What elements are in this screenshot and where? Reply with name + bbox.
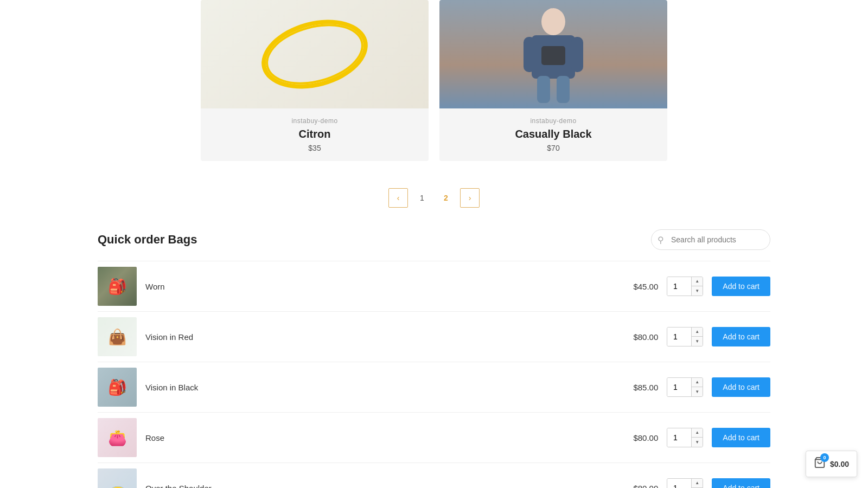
quantity-input-rose[interactable] (667, 428, 691, 447)
search-container: ⚲ (651, 229, 770, 250)
product-list: 🎒 Worn $45.00 ▲ ▼ Add to cart 👜 Vision i… (98, 261, 770, 488)
prev-page-button[interactable]: ‹ (388, 188, 408, 208)
product-name-citron: Citron (209, 128, 420, 140)
qty-up-vision-red[interactable]: ▲ (692, 327, 703, 337)
svg-rect-6 (541, 46, 565, 65)
product-name-vision-red: Vision in Red (145, 332, 606, 342)
table-row: 🎒 Vision in Black $85.00 ▲ ▼ Add to cart (98, 362, 770, 413)
quantity-arrows-over-shoulder: ▲ ▼ (691, 478, 703, 488)
quantity-stepper-rose: ▲ ▼ (667, 428, 703, 447)
add-to-cart-button-vision-black[interactable]: Add to cart (712, 377, 770, 397)
product-image-vision-red: 👜 (98, 317, 137, 356)
table-row: 🎒 Worn $45.00 ▲ ▼ Add to cart (98, 261, 770, 312)
bag-icon-vision-red: 👜 (108, 328, 127, 346)
quantity-stepper-vision-red: ▲ ▼ (667, 327, 703, 346)
quantity-arrows-vision-red: ▲ ▼ (691, 327, 703, 346)
quantity-input-over-shoulder[interactable] (667, 478, 691, 488)
product-store-black: instabuy-demo (448, 117, 659, 125)
cart-icon-wrap: 0 (814, 457, 826, 471)
search-input[interactable] (651, 229, 770, 250)
add-to-cart-button-vision-red[interactable]: Add to cart (712, 327, 770, 346)
add-to-cart-button-over-shoulder[interactable]: Add to cart (712, 478, 770, 488)
bag-icon-rose: 👛 (108, 429, 127, 447)
next-page-button[interactable]: › (460, 188, 480, 208)
quantity-stepper-vision-black: ▲ ▼ (667, 377, 703, 397)
table-row: 👛 Rose $80.00 ▲ ▼ Add to cart (98, 413, 770, 463)
quick-order-title: Quick order Bags (98, 233, 197, 247)
product-price-rose: $80.00 (615, 433, 658, 442)
product-name-vision-black: Vision in Black (145, 383, 606, 392)
product-card-image-citron (201, 0, 429, 108)
cart-badge: 0 (820, 453, 829, 462)
qty-down-vision-red[interactable]: ▼ (692, 337, 703, 346)
product-price-black: $70 (448, 144, 659, 152)
product-name-over-shoulder: Over the Shoulder (145, 484, 606, 489)
citron-bag-shape (254, 9, 375, 100)
quick-order-section: Quick order Bags ⚲ 🎒 Worn $45.00 ▲ ▼ Add… (0, 229, 868, 488)
product-card-casually-black: instabuy-demo Casually Black $70 (439, 0, 667, 161)
top-products-section: instabuy-demo Citron $35 instabuy-demo C… (0, 0, 868, 177)
product-price-vision-red: $80.00 (615, 332, 658, 342)
qty-down-worn[interactable]: ▼ (692, 286, 703, 296)
add-to-cart-button-rose[interactable]: Add to cart (712, 428, 770, 447)
quantity-input-vision-red[interactable] (667, 327, 691, 346)
quantity-input-worn[interactable] (667, 277, 691, 296)
black-bag-person (439, 0, 667, 108)
svg-rect-5 (557, 76, 570, 103)
svg-rect-2 (524, 37, 535, 72)
qty-up-vision-black[interactable]: ▲ (692, 377, 703, 387)
quantity-arrows-rose: ▲ ▼ (691, 428, 703, 447)
product-name-worn: Worn (145, 282, 606, 291)
page-1-button[interactable]: 1 (412, 188, 432, 208)
product-name-rose: Rose (145, 433, 606, 442)
svg-rect-3 (571, 37, 583, 72)
qty-up-rose[interactable]: ▲ (692, 428, 703, 438)
product-image-vision-black: 🎒 (98, 368, 137, 407)
product-image-over-shoulder: 👝 (98, 468, 137, 488)
svg-point-0 (541, 8, 565, 35)
product-image-rose: 👛 (98, 418, 137, 457)
qty-up-over-shoulder[interactable]: ▲ (692, 478, 703, 488)
product-store-citron: instabuy-demo (209, 117, 420, 125)
product-price-citron: $35 (209, 144, 420, 152)
bag-icon-over-shoulder: 👝 (108, 479, 127, 489)
bag-icon-worn: 🎒 (108, 278, 127, 296)
product-card-citron: instabuy-demo Citron $35 (201, 0, 429, 161)
quantity-input-vision-black[interactable] (667, 377, 691, 397)
qty-up-worn[interactable]: ▲ (692, 277, 703, 286)
product-price-vision-black: $85.00 (615, 383, 658, 392)
pagination: ‹ 1 2 › (0, 177, 868, 229)
quantity-stepper-worn: ▲ ▼ (667, 277, 703, 296)
cart-widget[interactable]: 0 $0.00 (806, 451, 857, 477)
table-row: 👝 Over the Shoulder $80.00 ▲ ▼ Add to ca… (98, 463, 770, 488)
quantity-arrows-worn: ▲ ▼ (691, 277, 703, 296)
product-card-info-citron: instabuy-demo Citron $35 (201, 108, 429, 161)
svg-rect-4 (537, 76, 550, 103)
product-name-black: Casually Black (448, 128, 659, 140)
add-to-cart-button-worn[interactable]: Add to cart (712, 277, 770, 296)
product-image-worn: 🎒 (98, 267, 137, 306)
page-2-button[interactable]: 2 (436, 188, 456, 208)
bag-icon-vision-black: 🎒 (108, 378, 127, 396)
qty-down-rose[interactable]: ▼ (692, 438, 703, 447)
quantity-arrows-vision-black: ▲ ▼ (691, 377, 703, 397)
product-price-worn: $45.00 (615, 282, 658, 291)
product-price-over-shoulder: $80.00 (615, 484, 658, 489)
quantity-stepper-over-shoulder: ▲ ▼ (667, 478, 703, 488)
qty-down-vision-black[interactable]: ▼ (692, 387, 703, 397)
person-svg (521, 5, 586, 103)
cart-total: $0.00 (830, 460, 849, 468)
table-row: 👜 Vision in Red $80.00 ▲ ▼ Add to cart (98, 312, 770, 362)
quick-order-header: Quick order Bags ⚲ (98, 229, 770, 250)
product-card-info-black: instabuy-demo Casually Black $70 (439, 108, 667, 161)
product-card-image-black (439, 0, 667, 108)
